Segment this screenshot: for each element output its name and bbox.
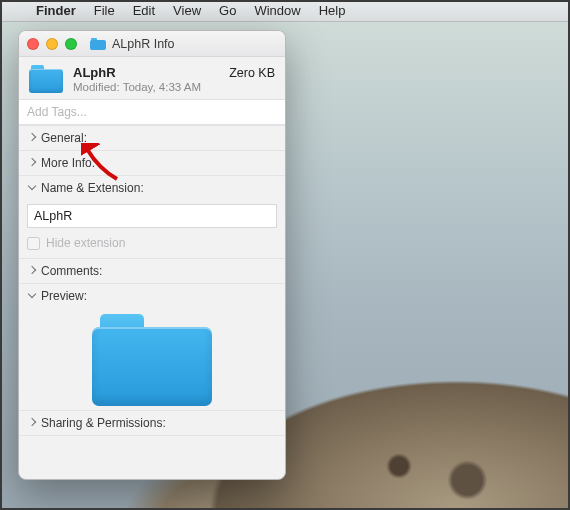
info-header: ALphR Zero KB Modified: Today, 4:33 AM: [19, 57, 285, 97]
chevron-down-icon: [27, 184, 36, 193]
name-extension-input[interactable]: [27, 204, 277, 228]
minimize-button[interactable]: [46, 38, 58, 50]
info-window: ALphR Info ALphR Zero KB Modified: Today…: [18, 30, 286, 480]
window-title-wrap: ALphR Info: [90, 37, 175, 51]
section-label: More Info:: [41, 156, 95, 170]
section-comments[interactable]: Comments:: [19, 258, 285, 283]
preview-folder-icon: [92, 314, 212, 406]
hide-extension-row: Hide extension: [27, 236, 277, 250]
chevron-right-icon: [27, 267, 36, 276]
folder-icon: [90, 38, 106, 50]
item-modified: Modified: Today, 4:33 AM: [73, 81, 275, 93]
zoom-button[interactable]: [65, 38, 77, 50]
menubar-item-go[interactable]: Go: [219, 3, 236, 18]
section-list: General: More Info: Name & Extension: Hi…: [19, 125, 285, 479]
menubar-item-window[interactable]: Window: [254, 3, 300, 18]
chevron-right-icon: [27, 134, 36, 143]
section-label: Preview:: [41, 289, 87, 303]
window-title: ALphR Info: [112, 37, 175, 51]
menubar[interactable]: Finder File Edit View Go Window Help: [0, 0, 570, 22]
menubar-item-help[interactable]: Help: [319, 3, 346, 18]
hide-extension-label: Hide extension: [46, 236, 125, 250]
menubar-item-edit[interactable]: Edit: [133, 3, 155, 18]
menubar-item-view[interactable]: View: [173, 3, 201, 18]
section-general[interactable]: General:: [19, 125, 285, 150]
tags-field[interactable]: [19, 99, 285, 125]
chevron-right-icon: [27, 419, 36, 428]
hide-extension-checkbox: [27, 237, 40, 250]
section-label: Sharing & Permissions:: [41, 416, 166, 430]
chevron-down-icon: [27, 292, 36, 301]
item-size: Zero KB: [229, 66, 275, 80]
titlebar[interactable]: ALphR Info: [19, 31, 285, 57]
section-name-extension[interactable]: Name & Extension:: [19, 175, 285, 200]
menubar-item-file[interactable]: File: [94, 3, 115, 18]
name-extension-block: Hide extension: [19, 200, 285, 258]
section-label: Comments:: [41, 264, 102, 278]
menubar-app-name[interactable]: Finder: [36, 3, 76, 18]
section-label: General:: [41, 131, 87, 145]
tags-input[interactable]: [19, 99, 285, 125]
preview-block: [19, 308, 285, 410]
folder-icon[interactable]: [29, 65, 63, 93]
section-label: Name & Extension:: [41, 181, 144, 195]
section-sharing-permissions[interactable]: Sharing & Permissions:: [19, 410, 285, 436]
section-preview[interactable]: Preview:: [19, 283, 285, 308]
close-button[interactable]: [27, 38, 39, 50]
item-name: ALphR: [73, 65, 116, 80]
section-more-info[interactable]: More Info:: [19, 150, 285, 175]
chevron-right-icon: [27, 159, 36, 168]
